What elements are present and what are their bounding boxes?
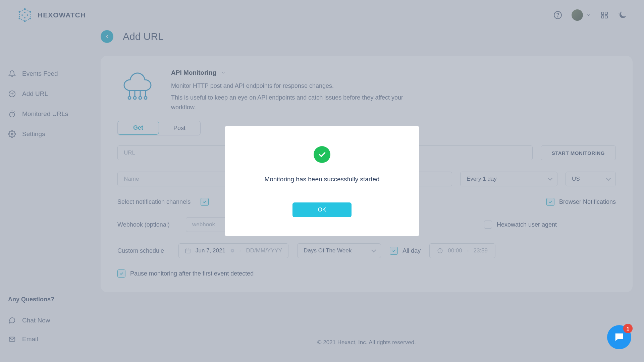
- success-modal: Monitoring has been successfully started…: [225, 126, 419, 236]
- success-check-icon: [314, 146, 330, 163]
- chat-bubble-icon: [613, 331, 625, 343]
- chat-badge: 1: [623, 324, 633, 333]
- modal-message: Monitoring has been successfully started: [264, 176, 379, 183]
- modal-overlay: Monitoring has been successfully started…: [0, 0, 644, 362]
- intercom-chat-button[interactable]: 1: [607, 325, 631, 349]
- modal-ok-button[interactable]: OK: [292, 202, 352, 217]
